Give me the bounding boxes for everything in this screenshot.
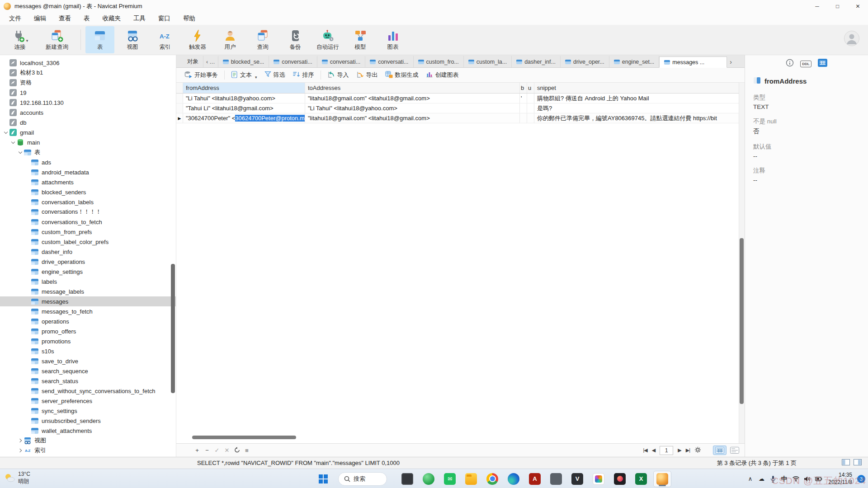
ime-indicator[interactable]: 中 xyxy=(781,475,788,483)
sidebar-item-messages-to-fetch[interactable]: messages_to_fetch xyxy=(0,306,176,316)
tab-messages[interactable]: messages ... xyxy=(659,56,727,68)
cell-fromAddress[interactable]: "Tahui Li" <litahui18@gmail.com> xyxy=(183,103,305,113)
sidebar-item-custom-from-prefs[interactable]: custom_from_prefs xyxy=(0,227,176,237)
battery-icon[interactable] xyxy=(815,476,823,482)
toggle-right-pane-icon[interactable] xyxy=(854,459,862,467)
discard-changes-button[interactable]: ✕ xyxy=(222,447,232,454)
maximize-button[interactable]: □ xyxy=(827,0,848,12)
ddl-tab-icon[interactable]: DDL xyxy=(800,61,811,67)
taskbar-app-acrobat[interactable]: A xyxy=(526,471,544,487)
taskbar-app-edge[interactable] xyxy=(505,471,523,487)
previous-page-button[interactable]: ◀ xyxy=(652,447,655,453)
user-avatar[interactable] xyxy=(844,30,860,48)
toolbar-backup-button[interactable]: 备份 xyxy=(281,26,310,53)
form-view-toggle[interactable] xyxy=(728,446,741,455)
apply-changes-button[interactable]: ✓ xyxy=(212,447,222,454)
column-header-fromaddress[interactable]: fromAddress xyxy=(183,83,305,93)
cell-b[interactable] xyxy=(520,103,527,113)
sidebar-item-promo-offers[interactable]: promo_offers xyxy=(0,326,176,336)
sidebar-item-表[interactable]: 表 xyxy=(0,147,176,157)
row-gutter[interactable] xyxy=(176,94,183,103)
sidebar-item-localhost-3306[interactable]: localhost_3306 xyxy=(0,58,176,68)
sidebar-item-messages[interactable]: messages xyxy=(0,296,176,306)
expand-down-icon[interactable] xyxy=(10,141,16,143)
tray-overflow-chevron-icon[interactable]: ∧ xyxy=(747,475,754,482)
sidebar-item-gmail[interactable]: gmail xyxy=(0,127,176,137)
dropdown-caret-icon[interactable]: ▾ xyxy=(26,38,28,43)
column-header-b[interactable]: b xyxy=(520,83,527,93)
cell-snippet[interactable]: 購物群組? 傳送自 Android 上的 Yahoo Mail xyxy=(534,94,745,103)
sidebar-item-conversations-to-fetch[interactable]: conversations_to_fetch xyxy=(0,217,176,227)
create-chart-button[interactable]: 创建图表 xyxy=(422,69,462,81)
first-page-button[interactable]: |◀ xyxy=(643,447,647,453)
sidebar-item-s10s[interactable]: s10s xyxy=(0,346,176,356)
scroll-right-icon[interactable]: › xyxy=(727,56,735,67)
toolbar-user-button[interactable]: 用户 xyxy=(216,26,245,53)
toolbar-connect-button[interactable]: ▾连接 xyxy=(5,26,34,53)
start-button[interactable] xyxy=(314,471,332,487)
sidebar-item-message-labels[interactable]: message_labels xyxy=(0,286,176,296)
sidebar-item-资格[interactable]: 资格 xyxy=(0,78,176,88)
sidebar-item-custom-label-color-prefs[interactable]: custom_label_color_prefs xyxy=(0,237,176,247)
sidebar-item-索引[interactable]: A-Z索引 xyxy=(0,446,176,455)
sidebar-item-server-preferences[interactable]: server_preferences xyxy=(0,396,176,406)
begin-transaction-button[interactable]: 开始事务 xyxy=(181,69,222,81)
taskbar-app-terminal[interactable] xyxy=(398,471,416,487)
menu-item-工具[interactable]: 工具 xyxy=(127,13,152,24)
grid-view-toggle[interactable] xyxy=(713,446,726,455)
row-gutter[interactable] xyxy=(176,103,183,113)
menu-item-文件[interactable]: 文件 xyxy=(3,13,28,24)
wifi-icon[interactable] xyxy=(792,476,800,482)
taskbar-app-phone[interactable] xyxy=(547,471,565,487)
toolbar-query-button[interactable]: 查询 xyxy=(248,26,277,53)
tab-custom-fro[interactable]: custom_fro... xyxy=(414,56,464,67)
sidebar-item-operations[interactable]: operations xyxy=(0,316,176,326)
toolbar-autorun-button[interactable]: 自动运行 xyxy=(313,26,342,53)
scroll-left-icon[interactable]: ‹ xyxy=(206,59,208,65)
tab-item[interactable]: ‹… xyxy=(203,56,218,67)
toolbar-new-query-button[interactable]: 新建查询 xyxy=(38,26,76,53)
sidebar-item-search-status[interactable]: search_status xyxy=(0,376,176,386)
cell-u[interactable] xyxy=(527,113,534,123)
grid-vertical-scrollbar[interactable] xyxy=(739,83,745,443)
sidebar-scrollbar[interactable] xyxy=(171,264,175,393)
column-header-u[interactable]: u xyxy=(527,83,534,93)
text-button[interactable]: 文本▾ xyxy=(227,69,261,81)
close-button[interactable]: ✕ xyxy=(848,0,868,12)
toolbar-table-button[interactable]: 表 xyxy=(85,26,114,53)
taskbar-app-v-app[interactable]: V xyxy=(568,471,586,487)
expand-right-icon[interactable] xyxy=(17,439,24,442)
menu-item-帮助[interactable]: 帮助 xyxy=(177,13,202,24)
sidebar-item-main[interactable]: main xyxy=(0,137,176,147)
next-page-button[interactable]: ▶ xyxy=(678,447,681,453)
minimize-button[interactable]: ─ xyxy=(807,0,827,12)
menu-item-查看[interactable]: 查看 xyxy=(52,13,77,24)
import-button[interactable]: 导入 xyxy=(324,69,353,81)
sidebar-item-sync-settings[interactable]: sync_settings xyxy=(0,406,176,416)
taskbar-app-browser-green[interactable] xyxy=(420,471,438,487)
expand-right-icon[interactable] xyxy=(17,449,24,452)
toolbar-chart-button[interactable]: 图表 xyxy=(378,26,407,53)
tab-对象[interactable]: 对象 xyxy=(183,56,203,67)
clock[interactable]: 14:35 2022/11/8 xyxy=(829,472,853,486)
sidebar-item-conversations[interactable]: conversations！！！！ xyxy=(0,207,176,217)
delete-record-button[interactable]: − xyxy=(202,447,212,454)
row-gutter[interactable]: ▶ xyxy=(176,113,183,123)
data-generation-button[interactable]: 数据生成 xyxy=(382,69,422,81)
sidebar-item-blocked-senders[interactable]: blocked_senders xyxy=(0,187,176,197)
page-number-input[interactable]: 1 xyxy=(660,446,673,455)
cell-u[interactable] xyxy=(527,103,534,113)
cell-toAddresses[interactable]: "litahui18@gmail.com" <litahui18@gmail.c… xyxy=(305,94,520,103)
expand-down-icon[interactable] xyxy=(17,151,24,153)
tab-blocked-se[interactable]: blocked_se... xyxy=(218,56,269,67)
column-header-snippet[interactable]: snippet xyxy=(534,83,745,93)
toolbar-view-button[interactable]: 视图 xyxy=(118,26,147,53)
column-header-toaddresses[interactable]: toAddresses xyxy=(305,83,520,93)
sidebar-item-accounts[interactable]: accounts xyxy=(0,108,176,117)
toolbar-model-button[interactable]: 模型 xyxy=(346,26,375,53)
toggle-left-pane-icon[interactable] xyxy=(842,459,850,467)
sidebar-item-触发器[interactable]: 触发器 xyxy=(0,455,176,457)
tab-conversati[interactable]: conversati... xyxy=(269,56,317,67)
tab-conversati[interactable]: conversati... xyxy=(365,56,413,67)
cell-snippet[interactable]: 是嗎? xyxy=(534,103,745,113)
